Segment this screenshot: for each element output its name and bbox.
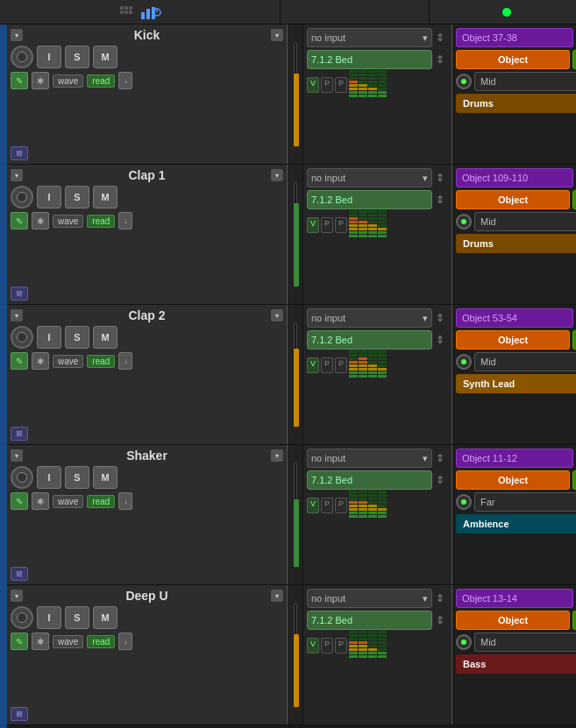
link-icon-2[interactable]: ⛓ xyxy=(11,427,28,441)
isolate-button-0[interactable]: I xyxy=(37,46,61,68)
star-button-0[interactable]: ✱ xyxy=(32,72,49,89)
obj-category-4[interactable]: Bass ▾ xyxy=(456,654,576,674)
wave-button-2[interactable]: wave xyxy=(53,355,83,368)
obj-play-button-3[interactable]: ▶ xyxy=(572,470,576,490)
wave-button-1[interactable]: wave xyxy=(53,215,83,228)
wave-button-4[interactable]: wave xyxy=(53,635,83,648)
edit-button-3[interactable]: ✎ xyxy=(11,492,28,510)
bed-select-3[interactable]: 7.1.2 Bed xyxy=(307,470,432,490)
p2-button-3[interactable]: P xyxy=(335,498,347,513)
edit-button-4[interactable]: ✎ xyxy=(11,633,28,650)
down-arrow-4[interactable]: ↓ xyxy=(118,633,132,650)
track-menu-4[interactable]: ▾ xyxy=(271,590,283,602)
bed-select-4[interactable]: 7.1.2 Bed xyxy=(307,611,432,630)
star-button-3[interactable]: ✱ xyxy=(32,492,49,510)
mute-button-2[interactable]: M xyxy=(93,326,117,349)
record-button-1[interactable] xyxy=(11,186,33,209)
solo-button-1[interactable]: S xyxy=(65,186,89,209)
track-menu-2[interactable]: ▾ xyxy=(271,309,283,322)
obj-play-button-1[interactable]: ▶ xyxy=(572,190,576,209)
read-button-0[interactable]: read xyxy=(87,74,115,88)
read-button-1[interactable]: read xyxy=(87,215,115,228)
mid-select-4[interactable]: Mid ▾ xyxy=(474,633,576,652)
obj-play-button-4[interactable]: ▶ xyxy=(572,611,576,630)
input-select-2[interactable]: no input ▾ xyxy=(307,308,432,328)
p2-button-0[interactable]: P xyxy=(335,77,347,93)
obj-button-3[interactable]: Object xyxy=(456,470,570,490)
mid-select-0[interactable]: Mid ▾ xyxy=(474,72,576,91)
track-menu-0[interactable]: ▾ xyxy=(271,29,283,41)
collapse-arrow-1[interactable]: ▾ xyxy=(11,169,23,181)
p2-button-2[interactable]: P xyxy=(335,357,347,373)
obj-circle-3[interactable] xyxy=(456,494,472,510)
obj-circle-4[interactable] xyxy=(456,634,472,650)
record-button-2[interactable] xyxy=(11,326,33,349)
link-icon-1[interactable]: ⛓ xyxy=(11,286,28,300)
down-arrow-0[interactable]: ↓ xyxy=(118,72,132,89)
link-icon-0[interactable]: ⛓ xyxy=(11,146,28,160)
star-button-2[interactable]: ✱ xyxy=(32,352,49,370)
input-select-3[interactable]: no input ▾ xyxy=(307,449,432,468)
p1-button-2[interactable]: P xyxy=(321,357,333,373)
star-button-4[interactable]: ✱ xyxy=(32,633,49,650)
obj-button-2[interactable]: Object xyxy=(456,330,570,350)
solo-button-0[interactable]: S xyxy=(65,46,89,68)
read-button-3[interactable]: read xyxy=(87,495,115,508)
record-button-3[interactable] xyxy=(11,466,33,489)
bed-select-1[interactable]: 7.1.2 Bed xyxy=(307,190,432,209)
obj-category-3[interactable]: Ambience ▾ xyxy=(456,514,576,534)
track-fader-2[interactable] xyxy=(288,305,303,444)
bed-select-2[interactable]: 7.1.2 Bed xyxy=(307,330,432,350)
obj-category-2[interactable]: Synth Lead ▾ xyxy=(456,374,576,393)
track-fader-3[interactable] xyxy=(288,445,303,584)
mute-button-3[interactable]: M xyxy=(93,466,117,489)
link-icon-4[interactable]: ⛓ xyxy=(11,707,28,721)
read-button-2[interactable]: read xyxy=(87,355,115,368)
v-button-0[interactable]: V xyxy=(307,77,319,93)
v-button-2[interactable]: V xyxy=(307,357,319,373)
down-arrow-1[interactable]: ↓ xyxy=(118,212,132,230)
collapse-arrow-0[interactable]: ▾ xyxy=(11,29,23,41)
bed-select-0[interactable]: 7.1.2 Bed xyxy=(307,50,432,69)
track-menu-1[interactable]: ▾ xyxy=(271,169,283,181)
track-fader-0[interactable] xyxy=(288,25,303,164)
obj-category-1[interactable]: Drums ▾ xyxy=(456,234,576,253)
wave-button-3[interactable]: wave xyxy=(53,495,83,508)
edit-button-2[interactable]: ✎ xyxy=(11,352,28,370)
mid-select-2[interactable]: Mid ▾ xyxy=(474,352,576,371)
edit-button-1[interactable]: ✎ xyxy=(11,212,28,230)
obj-button-0[interactable]: Object xyxy=(456,50,570,69)
down-arrow-2[interactable]: ↓ xyxy=(118,352,132,370)
track-fader-1[interactable] xyxy=(288,165,303,304)
collapse-arrow-4[interactable]: ▾ xyxy=(11,590,23,602)
input-select-1[interactable]: no input ▾ xyxy=(307,168,432,187)
mid-select-3[interactable]: Far ▾ xyxy=(474,492,576,512)
v-button-1[interactable]: V xyxy=(307,217,319,233)
track-menu-3[interactable]: ▾ xyxy=(271,449,283,462)
p2-button-1[interactable]: P xyxy=(335,217,347,233)
v-button-4[interactable]: V xyxy=(307,638,319,654)
collapse-arrow-2[interactable]: ▾ xyxy=(11,309,23,322)
collapse-arrow-3[interactable]: ▾ xyxy=(11,449,23,462)
isolate-button-1[interactable]: I xyxy=(37,186,61,209)
input-select-4[interactable]: no input ▾ xyxy=(307,589,432,608)
edit-button-0[interactable]: ✎ xyxy=(11,72,28,89)
read-button-4[interactable]: read xyxy=(87,635,115,648)
obj-button-1[interactable]: Object xyxy=(456,190,570,209)
isolate-button-2[interactable]: I xyxy=(37,326,61,349)
isolate-button-3[interactable]: I xyxy=(37,466,61,489)
isolate-button-4[interactable]: I xyxy=(37,606,61,629)
mute-button-4[interactable]: M xyxy=(93,606,117,629)
mute-button-1[interactable]: M xyxy=(93,186,117,209)
obj-circle-2[interactable] xyxy=(456,354,472,370)
obj-button-4[interactable]: Object xyxy=(456,611,570,630)
link-icon-3[interactable]: ⛓ xyxy=(11,567,28,581)
track-fader-4[interactable] xyxy=(288,585,303,724)
solo-button-3[interactable]: S xyxy=(65,466,89,489)
obj-circle-1[interactable] xyxy=(456,214,472,230)
obj-circle-0[interactable] xyxy=(456,74,472,89)
down-arrow-3[interactable]: ↓ xyxy=(118,492,132,510)
p1-button-3[interactable]: P xyxy=(321,498,333,513)
p1-button-4[interactable]: P xyxy=(321,638,333,654)
mute-button-0[interactable]: M xyxy=(93,46,117,68)
